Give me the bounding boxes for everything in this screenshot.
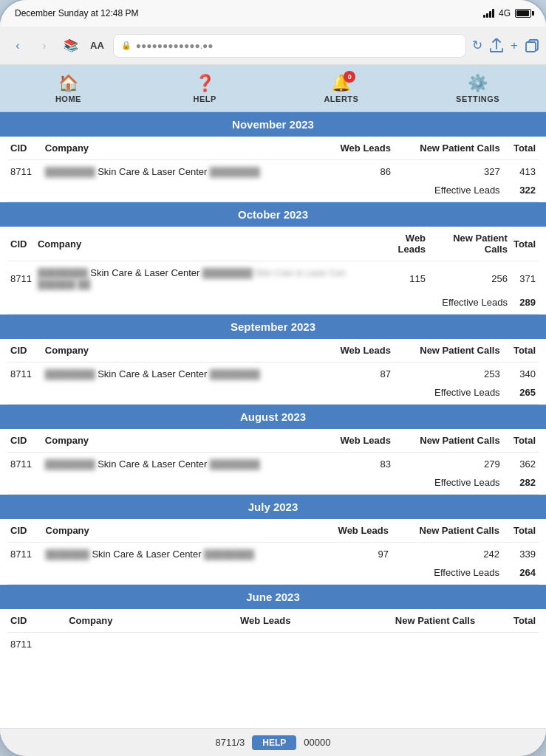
data-table-sep2023: CIDCompanyWeb LeadsNew Patient CallsTota… bbox=[7, 339, 539, 405]
effective-leads-value: 265 bbox=[503, 385, 539, 405]
col-header-webLeads: Web Leads bbox=[319, 519, 392, 543]
month-header-nov2023: November 2023 bbox=[0, 112, 546, 137]
col-header-total: Total bbox=[503, 429, 539, 453]
cell-total: 339 bbox=[502, 543, 539, 566]
col-header-newPatientCalls: New Patient Calls bbox=[394, 339, 503, 362]
cell-web-leads: 83 bbox=[322, 453, 394, 476]
col-header-newPatientCalls: New Patient Calls bbox=[293, 609, 478, 633]
table-header-row: CIDCompanyWeb LeadsNew Patient CallsTota… bbox=[7, 227, 539, 261]
new-tab-button[interactable]: + bbox=[511, 38, 518, 53]
cell-total: 362 bbox=[503, 453, 539, 476]
col-header-webLeads: Web Leads bbox=[322, 429, 394, 453]
share-button[interactable] bbox=[490, 38, 503, 53]
table-row: 8711████████ Skin Care & Laser Center ██… bbox=[7, 160, 539, 184]
alert-badge: 0 bbox=[344, 71, 355, 83]
col-header-webLeads: Web Leads bbox=[322, 339, 394, 362]
col-header-company: Company bbox=[66, 609, 172, 633]
effective-leads-value: 264 bbox=[502, 566, 539, 585]
device-frame: December Sunday at 12:48 PM 4G ‹ › 📚 AA … bbox=[0, 0, 546, 756]
col-header-newPatientCalls: New Patient Calls bbox=[392, 519, 502, 543]
footer-bar: 8711/3 HELP 00000 bbox=[0, 728, 546, 756]
cell-cid: 8711 bbox=[7, 261, 35, 296]
col-header-webLeads: Web Leads bbox=[173, 609, 294, 633]
col-header-webLeads: Web Leads bbox=[375, 227, 429, 261]
effective-leads-row: Effective Leads265 bbox=[7, 385, 539, 405]
nav-item-home[interactable]: 🏠 HOME bbox=[38, 74, 98, 103]
cell-new-patient-calls: 256 bbox=[429, 261, 511, 296]
col-header-cid: CID bbox=[7, 609, 66, 633]
cell-total: 371 bbox=[511, 261, 539, 296]
month-section-oct2023: October 2023CIDCompanyWeb LeadsNew Patie… bbox=[0, 202, 546, 315]
cell-company: ███████ Skin Care & Laser Center ███████… bbox=[43, 543, 319, 566]
month-section-jun2023: June 2023CIDCompanyWeb LeadsNew Patient … bbox=[0, 585, 546, 656]
footer-left: 8711/3 bbox=[216, 737, 245, 748]
settings-icon: ⚙️ bbox=[468, 74, 488, 93]
col-header-company: Company bbox=[42, 339, 322, 362]
status-time: December Sunday at 12:48 PM bbox=[15, 8, 138, 18]
table-row: 8711 bbox=[7, 633, 539, 656]
browser-bar: ‹ › 📚 AA 🔒 ●●●●●●●●●●●●.●● ↻ + bbox=[0, 27, 546, 65]
col-header-cid: CID bbox=[7, 137, 42, 160]
month-section-sep2023: September 2023CIDCompanyWeb LeadsNew Pat… bbox=[0, 315, 546, 405]
table-row: 8711████████ Skin Care & Laser Center ██… bbox=[7, 362, 539, 386]
bookmarks-button[interactable]: 📚 bbox=[61, 35, 81, 56]
app-nav: 🏠 HOME ❓ HELP 🔔 0 ALERTS ⚙️ SETTINGS bbox=[0, 65, 546, 112]
month-section-aug2023: August 2023CIDCompanyWeb LeadsNew Patien… bbox=[0, 405, 546, 495]
effective-leads-label: Effective Leads bbox=[392, 566, 502, 585]
effective-empty bbox=[7, 183, 394, 202]
effective-leads-value: 289 bbox=[511, 295, 539, 315]
month-header-aug2023: August 2023 bbox=[0, 405, 546, 429]
col-header-total: Total bbox=[503, 137, 539, 160]
cell-web-leads: 87 bbox=[322, 362, 394, 386]
effective-leads-row: Effective Leads282 bbox=[7, 475, 539, 495]
col-header-cid: CID bbox=[7, 227, 35, 261]
effective-leads-value: 322 bbox=[503, 183, 539, 202]
effective-leads-label: Effective Leads bbox=[394, 475, 503, 495]
month-header-jul2023: July 2023 bbox=[0, 495, 546, 519]
effective-empty bbox=[7, 566, 392, 585]
col-header-webLeads: Web Leads bbox=[322, 137, 394, 160]
cell-web-leads: 97 bbox=[319, 543, 392, 566]
col-header-total: Total bbox=[478, 609, 539, 633]
cell-company: ████████ Skin Care & Laser Center ██████… bbox=[35, 261, 375, 296]
cell-company: ████████ Skin Care & Laser Center ██████… bbox=[42, 362, 322, 386]
cell-new-patient-calls bbox=[293, 633, 478, 656]
home-icon: 🏠 bbox=[58, 74, 78, 93]
month-header-oct2023: October 2023 bbox=[0, 202, 546, 227]
network-label: 4G bbox=[499, 8, 511, 18]
month-header-jun2023: June 2023 bbox=[0, 585, 546, 609]
settings-label: SETTINGS bbox=[456, 94, 499, 103]
col-header-company: Company bbox=[35, 227, 375, 261]
cell-web-leads: 86 bbox=[322, 160, 394, 184]
cell-new-patient-calls: 279 bbox=[394, 453, 503, 476]
data-table-oct2023: CIDCompanyWeb LeadsNew Patient CallsTota… bbox=[7, 227, 539, 315]
cell-new-patient-calls: 242 bbox=[392, 543, 502, 566]
col-header-company: Company bbox=[43, 519, 319, 543]
col-header-company: Company bbox=[42, 429, 322, 453]
url-bar[interactable]: 🔒 ●●●●●●●●●●●●.●● bbox=[113, 34, 466, 58]
reload-button[interactable]: ↻ bbox=[472, 38, 482, 53]
status-right: 4G bbox=[483, 8, 531, 18]
footer-right: 00000 bbox=[304, 737, 330, 748]
cell-cid: 8711 bbox=[7, 543, 43, 566]
effective-empty bbox=[7, 295, 429, 315]
table-header-row: CIDCompanyWeb LeadsNew Patient CallsTota… bbox=[7, 339, 539, 362]
month-section-jul2023: July 2023CIDCompanyWeb LeadsNew Patient … bbox=[0, 495, 546, 585]
text-size-button[interactable]: AA bbox=[87, 40, 107, 51]
tabs-button[interactable] bbox=[525, 39, 539, 52]
table-row: 8711███████ Skin Care & Laser Center ███… bbox=[7, 543, 539, 566]
nav-item-alerts[interactable]: 🔔 0 ALERTS bbox=[312, 74, 371, 103]
footer-help-button[interactable]: HELP bbox=[252, 735, 296, 750]
forward-button[interactable]: › bbox=[34, 35, 55, 56]
col-header-newPatientCalls: New Patient Calls bbox=[394, 137, 503, 160]
cell-company bbox=[66, 633, 172, 656]
back-button[interactable]: ‹ bbox=[7, 35, 28, 56]
col-header-cid: CID bbox=[7, 519, 43, 543]
nav-item-help[interactable]: ❓ HELP bbox=[175, 74, 234, 103]
table-row: 8711████████ Skin Care & Laser Center ██… bbox=[7, 453, 539, 476]
home-label: HOME bbox=[55, 94, 81, 103]
cell-total: 340 bbox=[503, 362, 539, 386]
nav-item-settings[interactable]: ⚙️ SETTINGS bbox=[448, 74, 508, 103]
table-header-row: CIDCompanyWeb LeadsNew Patient CallsTota… bbox=[7, 137, 539, 160]
cell-total bbox=[478, 633, 539, 656]
